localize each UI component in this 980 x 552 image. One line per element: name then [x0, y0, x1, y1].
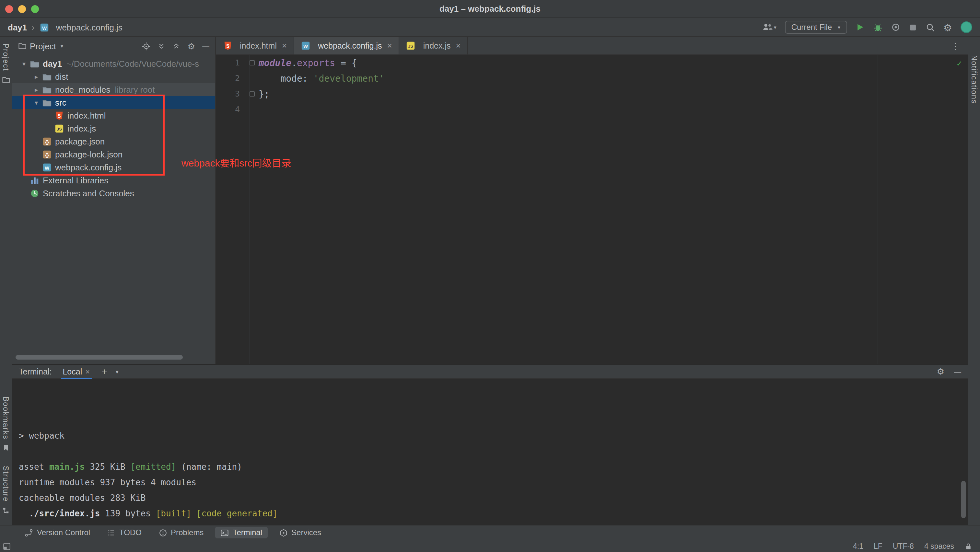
bottom-button-label: TODO: [119, 528, 142, 537]
caret-position[interactable]: 4:1: [853, 542, 863, 550]
code-line: mode: 'development': [259, 71, 959, 86]
terminal-toolwindow: Terminal: Local × + ▾ ⚙ — > webpack asse…: [12, 364, 968, 525]
terminal-token: [191, 509, 196, 518]
terminal-tab-local[interactable]: Local ×: [60, 365, 92, 378]
file-encoding[interactable]: UTF-8: [893, 542, 914, 550]
terminal-line: runtime modules 937 bytes 4 modules: [19, 475, 968, 490]
sidebar-button-structure[interactable]: Structure: [2, 466, 10, 514]
terminal-scrollbar[interactable]: [961, 481, 966, 518]
terminal-line: cacheable modules 283 KiB: [19, 490, 968, 506]
left-stripe-bottom-group: Bookmarks Structure: [2, 397, 10, 514]
project-horizontal-scrollbar[interactable]: [16, 355, 183, 360]
tab-index-html[interactable]: 5index.html×: [216, 37, 294, 54]
search-everywhere-button[interactable]: [925, 22, 935, 32]
run-configuration-label: Current File: [791, 23, 832, 32]
tree-item-day1[interactable]: ▾day1~/Documents/Code/VueCode/vue-s: [12, 57, 215, 70]
minimize-window-button[interactable]: [18, 5, 26, 13]
tree-item-src[interactable]: ▾src: [12, 96, 215, 109]
stop-button[interactable]: [908, 23, 917, 32]
bottom-button-terminal[interactable]: Terminal: [215, 527, 267, 538]
terminal-token: 139 bytes: [100, 509, 156, 518]
editor-tabs: 5index.html×Wwebpack.config.js×JSindex.j…: [216, 37, 468, 54]
breadcrumb-project[interactable]: day1: [8, 22, 27, 32]
tab-options-menu[interactable]: ⋮: [943, 37, 968, 54]
project-panel-title: Project: [30, 41, 56, 51]
structure-stripe-label: Structure: [2, 466, 10, 502]
fold-marker-icon[interactable]: [250, 91, 255, 97]
tree-item-label: package-lock.json: [55, 149, 123, 159]
new-terminal-session-button[interactable]: +: [102, 366, 107, 377]
chevron-down-icon[interactable]: ▾: [31, 99, 41, 106]
toolwindow-switcher-icon[interactable]: [3, 542, 11, 550]
project-folder-icon: [2, 76, 10, 84]
lock-icon[interactable]: [964, 542, 972, 550]
tab-webpack-config-js[interactable]: Wwebpack.config.js×: [294, 37, 399, 54]
run-button[interactable]: [855, 23, 864, 32]
sidebar-button-project[interactable]: Project: [2, 43, 10, 84]
chevron-right-icon[interactable]: ▸: [31, 73, 41, 80]
settings-gear-icon[interactable]: ⚙: [943, 22, 952, 32]
breadcrumb-file[interactable]: webpack.config.js: [56, 22, 123, 32]
code-with-me-button[interactable]: ▾: [762, 22, 776, 32]
bottom-button-version-control[interactable]: Version Control: [19, 527, 95, 538]
close-tab-icon[interactable]: ×: [456, 41, 460, 51]
hide-panel-icon[interactable]: —: [202, 42, 209, 50]
close-window-button[interactable]: [5, 5, 13, 13]
editor-area: 5index.html×Wwebpack.config.js×JSindex.j…: [216, 37, 968, 364]
svg-text:5: 5: [226, 43, 229, 49]
collapse-all-icon[interactable]: [173, 42, 180, 50]
locate-file-icon[interactable]: [142, 42, 151, 50]
editor-body[interactable]: 1234 module.exports = { mode: 'developme…: [216, 55, 968, 364]
inspections-ok-icon[interactable]: ✓: [957, 58, 962, 68]
tree-item-label: index.html: [67, 111, 106, 120]
close-tab-icon[interactable]: ×: [282, 41, 287, 51]
code-token: };: [259, 89, 270, 99]
tree-item-package-lock-json[interactable]: {}package-lock.json: [12, 148, 215, 161]
terminal-output[interactable]: > webpack asset main.js 325 KiB [emitted…: [12, 379, 968, 525]
tree-item-dist[interactable]: ▸dist: [12, 70, 215, 83]
bottom-button-services[interactable]: Services: [274, 527, 326, 538]
run-configuration-dropdown[interactable]: Current File ▾: [785, 21, 847, 34]
user-avatar[interactable]: [961, 21, 972, 33]
terminal-settings-gear-icon[interactable]: ⚙: [937, 367, 944, 376]
tree-item-index-js[interactable]: JSindex.js: [12, 122, 215, 135]
chevron-right-icon[interactable]: ▸: [31, 86, 41, 93]
bottom-button-problems[interactable]: Problems: [153, 527, 209, 538]
editor-code[interactable]: module.exports = { mode: 'development'};: [259, 55, 959, 117]
tab-label: webpack.config.js: [318, 41, 382, 50]
workspace: Project Bookmarks Structure: [0, 37, 980, 525]
tree-item-webpack-config-js[interactable]: Wwebpack.config.js: [12, 161, 215, 174]
svg-text:W: W: [45, 165, 49, 170]
tree-item-index-html[interactable]: 5index.html: [12, 109, 215, 122]
terminal-token: [293, 524, 298, 525]
tree-item-node-modules[interactable]: ▸node_moduleslibrary root: [12, 83, 215, 96]
project-view-dropdown[interactable]: Project ▾: [18, 41, 63, 51]
svg-text:W: W: [303, 43, 308, 49]
line-number: 3: [216, 86, 240, 102]
run-with-coverage-button[interactable]: [891, 23, 900, 32]
panel-settings-gear-icon[interactable]: ⚙: [188, 42, 195, 50]
sidebar-button-notifications[interactable]: Notifications: [970, 55, 978, 104]
folder-icon: [41, 71, 52, 82]
tree-item-scratches-and-consoles[interactable]: Scratches and Consoles: [12, 187, 215, 200]
indent-style[interactable]: 4 spaces: [924, 542, 954, 550]
line-separator[interactable]: LF: [874, 542, 883, 550]
zoom-window-button[interactable]: [31, 5, 39, 13]
fold-marker-icon[interactable]: [250, 60, 255, 65]
tree-item-package-json[interactable]: {}package.json: [12, 135, 215, 148]
sidebar-button-bookmarks[interactable]: Bookmarks: [2, 397, 10, 452]
close-terminal-tab-icon[interactable]: ×: [85, 367, 90, 376]
hide-terminal-icon[interactable]: —: [954, 368, 961, 376]
chevron-down-icon[interactable]: ▾: [19, 60, 29, 67]
terminal-line: ./src/index.js 139 bytes [built] [code g…: [19, 506, 968, 522]
tree-item-external-libraries[interactable]: External Libraries: [12, 174, 215, 187]
terminal-shell-dropdown-icon[interactable]: ▾: [116, 368, 119, 375]
close-tab-icon[interactable]: ×: [387, 41, 392, 51]
code-token: .: [291, 58, 297, 68]
debug-button[interactable]: [873, 22, 883, 32]
expand-all-icon[interactable]: [158, 42, 165, 50]
line-number: 1: [216, 55, 240, 71]
tab-index-js[interactable]: JSindex.js×: [399, 37, 468, 54]
bottom-button-todo[interactable]: TODO: [102, 527, 147, 538]
chevron-down-icon: ▾: [60, 43, 63, 49]
